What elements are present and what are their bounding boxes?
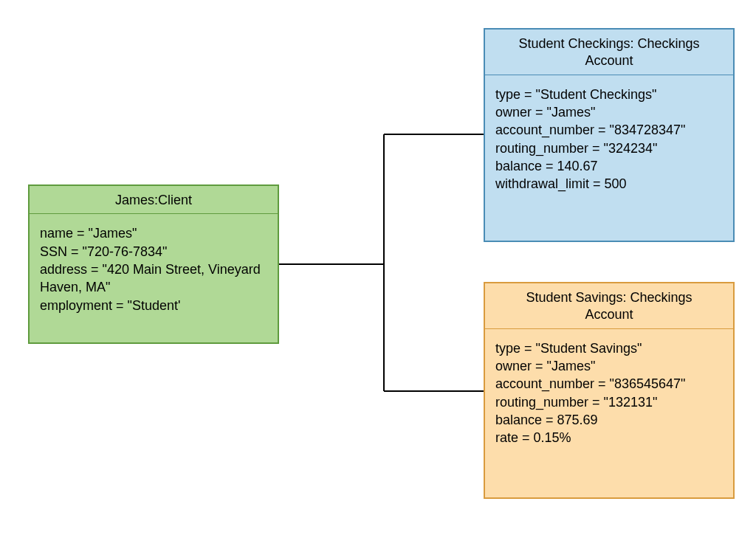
checkings-account-box: Student Checkings: Checkings Account typ… <box>484 28 735 242</box>
client-object-box: James:Client name = "James" SSN = "720-7… <box>28 184 279 344</box>
checkings-attributes: type = "Student Checkings" owner = "Jame… <box>485 75 733 204</box>
savings-title: Student Savings: Checkings Account <box>485 283 733 329</box>
savings-account-box: Student Savings: Checkings Account type … <box>484 282 735 499</box>
checkings-title: Student Checkings: Checkings Account <box>485 30 733 75</box>
savings-attributes: type = "Student Savings" owner = "James"… <box>485 329 733 458</box>
client-title: James:Client <box>30 186 278 214</box>
client-attributes: name = "James" SSN = "720-76-7834" addre… <box>30 214 278 324</box>
uml-object-diagram: James:Client name = "James" SSN = "720-7… <box>0 0 756 552</box>
